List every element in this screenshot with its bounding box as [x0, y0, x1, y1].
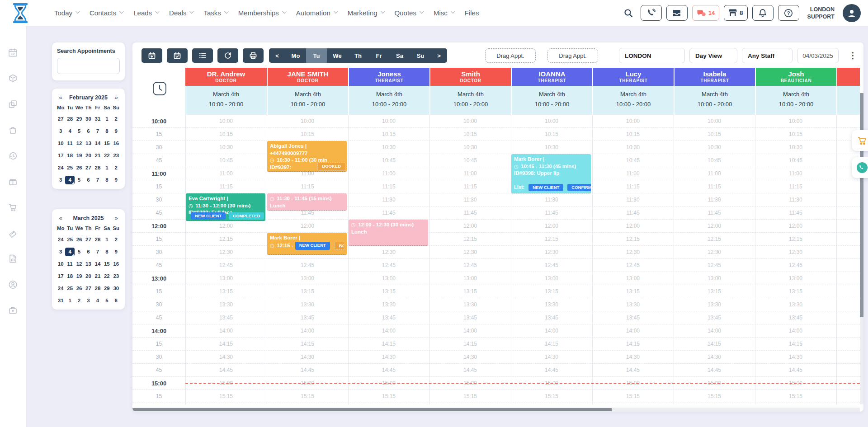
cell-time-label[interactable]: 12:15 [755, 233, 836, 246]
cell-time-label[interactable]: 15:15 [429, 390, 511, 403]
badge-booked[interactable]: BOOKED [335, 242, 344, 250]
cell-time-label[interactable]: 14:00 [674, 324, 755, 338]
cell-time-label[interactable]: 15:15 [755, 390, 836, 403]
chat-button[interactable]: 14 [692, 5, 719, 21]
date-cell[interactable]: 25 [65, 284, 74, 293]
cell-time-label[interactable]: 10:00 [185, 115, 267, 128]
cell-time-label[interactable]: 14:45 [185, 364, 267, 377]
date-cell[interactable]: 2 [112, 164, 121, 172]
cell-time-label[interactable]: 11:15 [674, 180, 755, 193]
cell-time-label[interactable]: 12:00 [185, 220, 267, 233]
prev-month-button[interactable]: « [56, 215, 65, 221]
date-cell[interactable]: 28 [93, 235, 102, 244]
cell-time-label[interactable]: 13:30 [674, 298, 755, 311]
badge-new-client[interactable]: NEW CLIENT [191, 212, 226, 220]
drag-appt-button-1[interactable]: Drag Appt. [485, 48, 536, 63]
phone-button[interactable] [641, 5, 662, 21]
cell-time-label[interactable]: 10:15 [755, 128, 836, 141]
cell-time-label[interactable]: 14:00 [267, 324, 348, 338]
date-cell[interactable]: 25 [65, 164, 74, 172]
badge-new-client[interactable]: NEW CLIENT [295, 242, 330, 250]
cell-time-label[interactable]: 11:15 [429, 180, 511, 193]
cell-time-label[interactable]: 14:30 [511, 351, 592, 364]
menu-item-today[interactable]: Today [54, 9, 79, 17]
cell-time-label[interactable]: 14:30 [185, 351, 267, 364]
cell-time-label[interactable]: 13:45 [267, 311, 348, 324]
date-cell[interactable]: 13 [84, 139, 93, 148]
date-cell[interactable]: 16 [112, 139, 121, 148]
search-icon[interactable] [623, 8, 633, 18]
cell-time-label[interactable]: 12:00 [267, 220, 348, 233]
date-cell[interactable]: 8 [102, 176, 111, 184]
date-cell[interactable]: 6 [84, 127, 93, 136]
cell-time-label[interactable]: 14:00 [348, 324, 429, 338]
date-cell[interactable]: 9 [112, 176, 121, 184]
date-cell[interactable]: 2 [112, 115, 121, 123]
toolbar-refresh-button[interactable] [217, 48, 238, 63]
date-cell[interactable]: 20 [84, 151, 93, 160]
date-cell[interactable]: 16 [112, 260, 121, 268]
day-tab-sa[interactable]: Sa [389, 48, 410, 63]
cell-time-label[interactable]: 13:00 [674, 272, 755, 285]
cell-time-label[interactable]: 13:00 [267, 272, 348, 285]
cell-time-label[interactable]: 12:15 [429, 233, 511, 246]
cell-time-label[interactable]: 14:45 [511, 364, 592, 377]
cell-time-label[interactable]: 10:15 [511, 128, 592, 141]
date-cell[interactable]: 15 [102, 139, 111, 148]
cell-time-label[interactable]: 13:45 [592, 311, 674, 324]
cell-time-label[interactable]: 10:15 [674, 128, 755, 141]
menu-item-files[interactable]: Files [465, 9, 479, 17]
cell-time-label[interactable]: 11:15 [592, 180, 674, 193]
cell-time-label[interactable]: 13:45 [429, 311, 511, 324]
cell-time-label[interactable]: 14:30 [429, 351, 511, 364]
drag-appt-button-2[interactable]: Drag Appt. [547, 48, 598, 63]
staff-header-joness[interactable]: JonessTHERAPIST [348, 68, 429, 86]
menu-item-deals[interactable]: Deals [169, 9, 193, 17]
next-month-button[interactable]: » [112, 94, 121, 101]
sidebar-report-icon[interactable] [8, 253, 18, 264]
cell-time-label[interactable]: 11:30 [592, 193, 674, 206]
cell-time-label[interactable]: 15:15 [267, 390, 348, 403]
cell-time-label[interactable]: 10:00 [267, 115, 348, 128]
date-cell[interactable]: 23 [112, 272, 121, 281]
cell-time-label[interactable]: 13:15 [674, 285, 755, 298]
date-cell[interactable]: 8 [102, 127, 111, 136]
date-cell[interactable]: 25 [65, 235, 74, 244]
help-button[interactable]: ? [778, 5, 799, 21]
day-tab-mo[interactable]: Mo [285, 48, 306, 63]
badge-booked[interactable]: BOOKED [317, 162, 345, 170]
date-cell[interactable]: 31 [56, 296, 65, 305]
appointment-block[interactable]: ◷ 11:30 - 11:45 (15 mins)Lunch [267, 193, 347, 211]
cell-time-label[interactable]: 14:15 [755, 338, 836, 351]
staff-header-partial[interactable] [836, 68, 860, 86]
cell-time-label[interactable]: 13:15 [755, 285, 836, 298]
sidebar-copy-icon[interactable] [8, 99, 18, 109]
date-cell[interactable]: 21 [93, 272, 102, 281]
cell-time-label[interactable]: 12:30 [592, 246, 674, 259]
cell-time-label[interactable]: 13:00 [348, 272, 429, 285]
staff-header-dr-andrew[interactable]: DR. AndrewDOCTOR [185, 68, 267, 86]
date-cell[interactable]: 5 [75, 248, 84, 256]
inbox-button[interactable] [666, 5, 688, 21]
date-cell[interactable]: 28 [93, 284, 102, 293]
cell-time-label[interactable]: 12:45 [429, 259, 511, 272]
date-cell[interactable]: 12 [75, 260, 84, 268]
notifications-button[interactable] [752, 5, 774, 21]
cell-time-label[interactable]: 13:15 [511, 285, 592, 298]
cell-time-label[interactable]: 10:30 [185, 141, 267, 154]
date-cell[interactable]: 1 [102, 235, 111, 244]
cell-time-label[interactable]: 11:00 [674, 167, 755, 180]
appointment-block[interactable]: Abigail Jones |+447490009777◷ 10:30 - 11… [267, 141, 347, 172]
date-cell[interactable]: 6 [84, 176, 93, 184]
date-cell[interactable]: 7 [93, 176, 102, 184]
cell-time-label[interactable]: 12:00 [674, 220, 755, 233]
cell-time-label[interactable]: 12:30 [429, 246, 511, 259]
sidebar-contact-card-icon[interactable] [8, 279, 18, 290]
cell-time-label[interactable]: 12:15 [185, 233, 267, 246]
cell-time-label[interactable]: 12:15 [674, 233, 755, 246]
cell-time-label[interactable]: 11:30 [674, 193, 755, 206]
next-month-button[interactable]: » [112, 215, 121, 221]
staff-hours-label[interactable]: 10:00 - 20:00 [675, 101, 755, 108]
selected-date-cell[interactable]: 4 [65, 176, 74, 184]
date-cell[interactable]: 1 [102, 115, 111, 123]
